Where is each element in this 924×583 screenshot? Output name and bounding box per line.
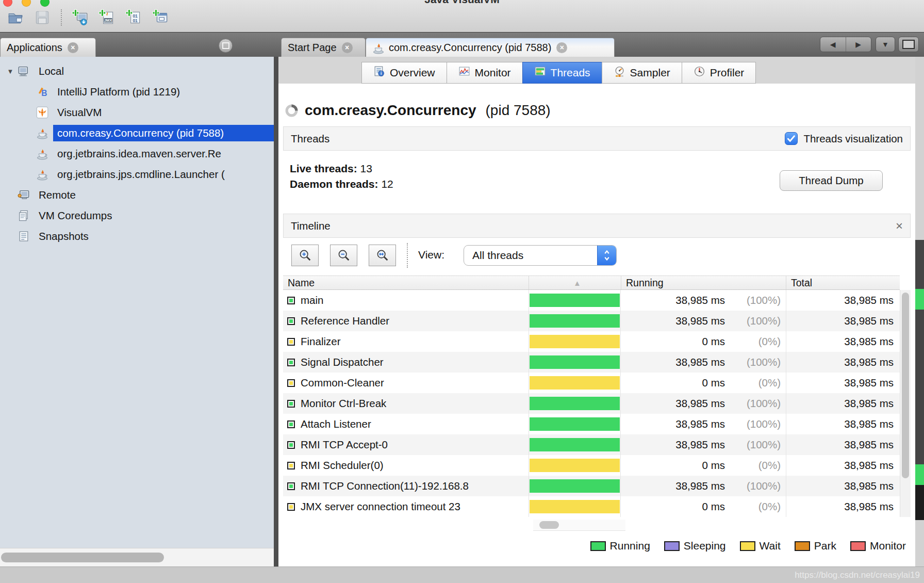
thread-running-value: 0 ms (621, 377, 725, 389)
thread-timeline-cell (529, 290, 621, 311)
thread-total-value: 38,985 ms (786, 331, 900, 352)
thread-name: main (301, 294, 323, 306)
thread-total-value: 38,985 ms (786, 352, 900, 373)
thread-name: RMI TCP Connection(11)-192.168.8 (301, 480, 469, 492)
panel-splitter[interactable] (274, 57, 278, 566)
tree-item[interactable]: org.jetbrains.jps.cmdline.Launcher ( (0, 164, 274, 185)
column-header-total[interactable]: Total (786, 276, 900, 289)
tab-start-page-close-icon[interactable]: × (342, 42, 353, 53)
tab-scroll-right-button[interactable]: ▶ (846, 40, 871, 48)
fit-width-button[interactable] (369, 245, 396, 266)
add-jmx-connection-button[interactable]: JMX (98, 8, 117, 27)
subtab-threads[interactable]: Threads (522, 62, 602, 84)
running-color-sliver (915, 289, 924, 310)
thread-running-value: 0 ms (621, 459, 725, 472)
tree-item-icon (18, 189, 30, 201)
table-row[interactable]: Monitor Ctrl-Break 38,985 ms(100%) 38,98… (283, 393, 900, 414)
thread-name: RMI TCP Accept-0 (301, 439, 388, 451)
applications-panel-close-icon[interactable]: × (68, 42, 78, 53)
table-row[interactable]: Signal Dispatcher 38,985 ms(100%) 38,985… (283, 352, 900, 373)
timeline-hscrollbar-thumb[interactable] (539, 521, 559, 529)
zoom-out-button[interactable] (330, 245, 357, 266)
threads-visualization-label: Threads visualization (803, 133, 903, 145)
table-row[interactable]: JMX server connection timeout 23 0 ms(0%… (283, 496, 900, 517)
view-dropdown[interactable]: All threads (464, 245, 617, 266)
timeline-horizontal-scrollbar[interactable] (533, 520, 625, 531)
timeline-toolbar: View: All threads (283, 245, 911, 267)
thread-running-pct: (100%) (725, 294, 781, 306)
sidebar-horizontal-scrollbar[interactable] (0, 548, 274, 566)
column-header-running[interactable]: Running (621, 276, 786, 289)
column-header-timeline[interactable]: ▲ (529, 276, 621, 289)
thread-running-value: 38,985 ms (621, 397, 725, 410)
open-snapshot-button[interactable] (6, 8, 25, 27)
maximize-view-icon (902, 40, 915, 49)
column-header-name[interactable]: Name (283, 276, 529, 289)
add-remote-host-button[interactable] (71, 8, 90, 27)
threads-visualization-checkbox[interactable] (785, 132, 798, 145)
thread-running-value: 38,985 ms (621, 294, 725, 306)
tree-item-icon (18, 230, 30, 242)
tree-item[interactable]: Snapshots (0, 226, 274, 247)
table-row[interactable]: RMI Scheduler(0) 0 ms(0%) 38,985 ms (283, 455, 900, 476)
subtab-sampler[interactable]: Sampler (602, 62, 682, 84)
tree-item[interactable]: ▼ Local (0, 61, 274, 82)
table-row[interactable]: RMI TCP Accept-0 38,985 ms(100%) 38,985 … (283, 434, 900, 455)
add-vm-coredump-button[interactable]: 0101 (125, 8, 143, 27)
applications-panel-tab[interactable]: Applications × (0, 38, 96, 57)
tree-item-label: com.creasy.Concurrency (pid 7588) (53, 125, 274, 141)
table-row[interactable]: RMI TCP Connection(11)-192.168.8 38,985 … (283, 476, 900, 496)
maximize-panel-button[interactable] (219, 39, 233, 53)
thread-timeline-bar (530, 355, 620, 369)
table-row[interactable]: Attach Listener 38,985 ms(100%) 38,985 m… (283, 414, 900, 434)
thread-state-icon (287, 441, 295, 449)
thread-name: Signal Dispatcher (301, 356, 384, 368)
tab-application[interactable]: com.creasy.Concurrency (pid 7588) × (366, 38, 615, 57)
tree-item[interactable]: B IntelliJ Platform (pid 1219) (0, 82, 274, 102)
table-row[interactable]: Finalizer 0 ms(0%) 38,985 ms (283, 331, 900, 352)
thread-name: RMI Scheduler(0) (301, 459, 384, 472)
thread-state-icon (287, 359, 295, 366)
table-row[interactable]: Common-Cleaner 0 ms(0%) 38,985 ms (283, 373, 900, 393)
thread-total-value: 38,985 ms (786, 496, 900, 517)
thread-total-value: 38,985 ms (786, 476, 900, 496)
legend-color-box (740, 541, 755, 551)
timeline-close-icon[interactable]: × (896, 221, 903, 231)
table-row[interactable]: Reference Handler 38,985 ms(100%) 38,985… (283, 311, 900, 331)
subtab-profiler[interactable]: Profiler (682, 62, 756, 84)
tree-item[interactable]: org.jetbrains.idea.maven.server.Re (0, 143, 274, 164)
subtab-monitor[interactable]: Monitor (447, 62, 523, 84)
tab-scroll-left-button[interactable]: ◀ (820, 40, 846, 48)
maximize-view-button[interactable] (898, 37, 919, 52)
daemon-threads-label: Daemon threads: (290, 178, 378, 190)
thread-running-value: 38,985 ms (621, 439, 725, 451)
thread-dump-button[interactable]: Thread Dump (780, 170, 883, 191)
table-vscrollbar-thumb[interactable] (902, 293, 909, 478)
thread-running-pct: (100%) (725, 418, 781, 430)
save-snapshot-button[interactable] (33, 8, 52, 27)
subtab-overview[interactable]: i Overview (361, 62, 447, 84)
legend-label: Sleeping (684, 540, 726, 552)
maximize-panel-icon (222, 42, 229, 49)
thread-total-value: 38,985 ms (786, 434, 900, 455)
tab-list-dropdown-button[interactable]: ▼ (876, 37, 895, 52)
tree-item[interactable]: VM Coredumps (0, 205, 274, 226)
add-application-snapshot-button[interactable] (152, 8, 170, 27)
thread-running-pct: (100%) (725, 315, 781, 327)
table-row[interactable]: main 38,985 ms(100%) 38,985 ms (283, 290, 900, 311)
expander-icon[interactable]: ▼ (3, 68, 18, 75)
tree-item[interactable]: Remote (0, 185, 274, 205)
titlebar: Java VisualVM JMX 0101 (0, 0, 924, 32)
tree-item[interactable]: com.creasy.Concurrency (pid 7588) (0, 123, 274, 143)
table-vertical-scrollbar[interactable] (900, 290, 911, 517)
thread-running-value: 0 ms (621, 335, 725, 348)
sidebar-scrollbar-thumb[interactable] (1, 553, 164, 562)
thread-timeline-bar (530, 294, 620, 307)
live-threads-label: Live threads: (290, 163, 357, 174)
tab-application-close-icon[interactable]: × (556, 42, 567, 53)
zoom-in-button[interactable] (291, 245, 319, 266)
thread-name: Monitor Ctrl-Break (301, 397, 386, 410)
dark-sliver (915, 485, 924, 520)
tree-item[interactable]: VisualVM (0, 102, 274, 123)
tab-start-page[interactable]: Start Page × (281, 38, 366, 57)
